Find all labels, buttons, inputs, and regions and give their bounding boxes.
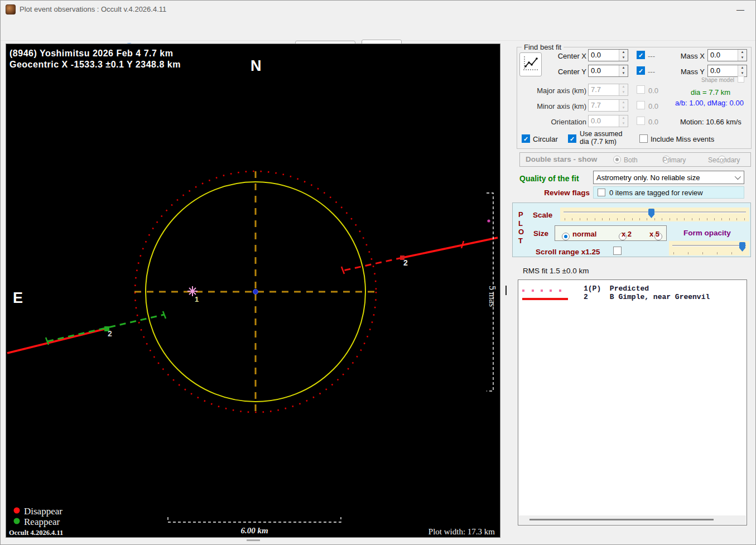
scroll-range-label: Scroll range x1.25	[536, 248, 600, 256]
mass-x-up-icon[interactable]: ▲	[738, 50, 747, 55]
scroll-range-checkbox[interactable]	[613, 247, 622, 255]
observations-listbox[interactable]: 1(P) Predicted 2 B Gimple, near Greenvil	[518, 279, 747, 525]
size-normal-radio[interactable]	[562, 233, 570, 240]
form-opacity-slider-thumb[interactable]	[739, 242, 745, 252]
major-axis-checkbox	[637, 85, 645, 94]
predicted-point	[487, 219, 490, 222]
chord2-observed-left	[7, 329, 107, 353]
mass-x-spinner[interactable]: 0.0 ▲▼	[707, 49, 747, 61]
listbox-hscrollbar-thumb[interactable]	[529, 519, 714, 520]
chord2-dashed-end-tick	[341, 267, 344, 274]
review-flags-checkbox[interactable]	[598, 189, 605, 196]
ab-dmag-label: a/b: 1.00, dMag: 0.00	[675, 99, 744, 107]
km-scale-bracket	[168, 517, 341, 522]
panel-separator-mark	[505, 286, 507, 295]
double-both-label: Both	[624, 156, 638, 164]
plot-title-line2: Geocentric X -1533.3 ±0.1 Y 2348.8 km	[9, 60, 181, 69]
horizontal-scale-label: 6.00 km	[240, 526, 268, 535]
dia-value-label: dia = 7.7 km	[691, 88, 730, 97]
observation-name: B Gimple, near Greenvil	[610, 293, 710, 301]
chord2-left-label: 2	[108, 329, 112, 338]
circular-label: Circular	[533, 135, 558, 143]
major-axis-spinner: 7.7 ▲▼	[588, 84, 628, 96]
center-y-checkbox[interactable]: ✓	[637, 66, 645, 75]
center-y-up-icon[interactable]: ▲	[619, 65, 628, 71]
plot-version-label: Occult 4.2026.4.11	[9, 529, 63, 537]
shape-model-label: Shape model	[701, 77, 734, 83]
minor-axis-zero: 0.0	[648, 102, 658, 110]
titlebar: Plot event observations : Occult v.4.202…	[1, 1, 755, 18]
quality-fit-label: Quality of the fit	[519, 174, 579, 183]
center-y-spinner[interactable]: 0.0 ▲▼	[588, 65, 628, 77]
major-axis-zero: 0.0	[648, 86, 658, 95]
center-y-down-icon[interactable]: ▼	[619, 71, 628, 76]
motion-label: Motion: 10.66 km/s	[680, 118, 741, 126]
quality-fit-combobox[interactable]: Astrometry only. No reliable size	[593, 171, 744, 184]
resize-grip[interactable]	[247, 539, 260, 541]
plot-controls-panel: PLOT Scale Size normal x 2 x 5 Form opac…	[512, 202, 751, 257]
mass-y-spinner[interactable]: 0.0 ▲▼	[707, 65, 747, 77]
mass-x-label: Mass X	[677, 52, 705, 60]
minimize-button[interactable]: —	[732, 3, 749, 16]
orientation-label: Orientation	[533, 118, 586, 126]
plot-panel-letters: PLOT	[518, 210, 526, 245]
size-normal-label: normal	[572, 230, 596, 238]
use-assumed-dia-label: Use assumed dia (7.7 km)	[580, 131, 627, 146]
chevron-down-icon	[735, 173, 741, 180]
plot-title-line1: (8946) Yoshimitsu 2026 Feb 4 7.7 km	[9, 49, 173, 58]
plot-width-label: Plot width: 17.3 km	[428, 527, 495, 536]
window-title: Plot event observations : Occult v.4.202…	[20, 5, 166, 13]
center-y-label: Center Y	[537, 67, 586, 76]
observation-row-predicted[interactable]: 1(P) Predicted	[518, 283, 747, 292]
reappear-legend-dot	[14, 518, 20, 524]
vertical-scale-label: 5 mas	[488, 286, 497, 307]
scale-slider[interactable]	[560, 208, 749, 221]
double-primary-label: Primary	[663, 156, 686, 164]
use-assumed-dia-checkbox[interactable]: ✓	[568, 134, 576, 143]
center-x-checkbox[interactable]: ✓	[637, 51, 645, 59]
center-x-label: Center X	[537, 52, 586, 60]
quality-fit-value: Astrometry only. No reliable size	[596, 173, 700, 182]
orientation-checkbox	[637, 117, 645, 125]
double-stars-label: Double stars - show	[526, 155, 597, 163]
observation-row-gimple[interactable]: 2 B Gimple, near Greenvil	[518, 292, 747, 301]
center-dot	[253, 290, 258, 295]
center-x-spinner[interactable]: 0.0 ▲▼	[588, 49, 628, 61]
size-x5-label: x 5	[649, 230, 659, 238]
review-flags-status: 0 items are tagged for review	[609, 189, 703, 197]
size-label: Size	[533, 229, 548, 238]
main-window: Plot event observations : Occult v.4.202…	[0, 0, 756, 545]
major-axis-label: Major axis (km)	[533, 86, 586, 95]
scale-slider-thumb[interactable]	[648, 209, 654, 218]
include-miss-label: Include Miss events	[651, 135, 714, 143]
mass-y-up-icon[interactable]: ▲	[738, 65, 747, 71]
shape-model-checkbox[interactable]	[738, 76, 744, 83]
center-x-dashes: ---	[648, 52, 655, 60]
observed-line-sample	[522, 298, 568, 300]
center-x-up-icon[interactable]: ▲	[619, 50, 628, 55]
occultation-plot[interactable]: 2 2 1 5 mas 6.00 km	[6, 44, 500, 537]
minor-axis-checkbox	[637, 101, 645, 109]
orientation-spinner: 0.0 ▲▼	[588, 115, 628, 127]
observation-num: 2	[584, 293, 588, 301]
include-miss-checkbox[interactable]	[639, 134, 648, 143]
compass-north-label: N	[251, 57, 262, 74]
marker1-label: 1	[195, 295, 199, 303]
form-opacity-slider[interactable]	[669, 241, 749, 255]
double-both-radio[interactable]	[613, 156, 621, 163]
plot-area[interactable]: 2 2 1 5 mas 6.00 km	[6, 44, 500, 538]
find-best-fit-label: Find best fit	[522, 43, 564, 51]
chart-icon	[522, 55, 539, 72]
disappear-legend-dot	[14, 508, 20, 514]
circular-checkbox[interactable]: ✓	[522, 134, 530, 143]
chord2-right-label: 2	[403, 258, 408, 267]
form-opacity-label: Form opacity	[683, 229, 731, 237]
chord2-dashed-right	[343, 258, 402, 271]
menubar: with Plot... Plot options... ? Help Keep…	[1, 18, 755, 41]
mass-x-down-icon[interactable]: ▼	[738, 55, 747, 61]
review-flags-label: Review flags	[536, 189, 590, 197]
minor-axis-label: Minor axis (km)	[533, 102, 586, 110]
center-x-down-icon[interactable]: ▼	[619, 55, 628, 61]
chord2-observed-right	[402, 238, 498, 258]
scale-label: Scale	[533, 211, 552, 219]
